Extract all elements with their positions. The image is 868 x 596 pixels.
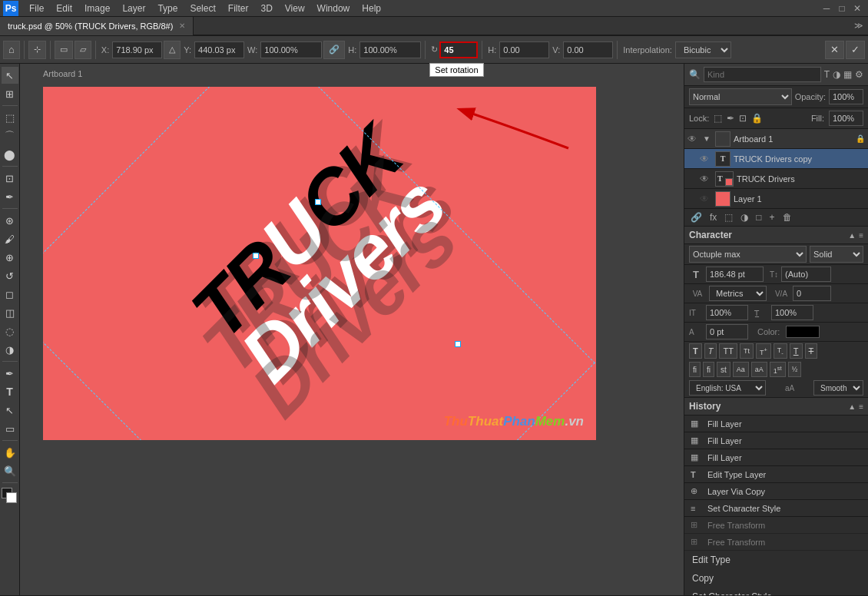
ordinal-btn[interactable]: st bbox=[717, 362, 731, 377]
commit-transform-button[interactable]: ✓ bbox=[846, 41, 865, 59]
brush-tool[interactable]: 🖌 bbox=[2, 230, 18, 247]
active-tab[interactable]: truck.psd @ 50% (TRUCK Drivers, RGB/8#) … bbox=[0, 17, 194, 35]
window-close[interactable]: ✕ bbox=[850, 1, 865, 16]
font-select[interactable]: Octuple max bbox=[689, 246, 807, 263]
move-tool[interactable]: ↖ bbox=[2, 67, 18, 84]
allcaps-btn[interactable]: TT bbox=[719, 343, 737, 359]
w-input[interactable] bbox=[260, 41, 322, 58]
link-proportions-button[interactable]: 🔗 bbox=[323, 41, 345, 59]
y-input[interactable] bbox=[194, 41, 244, 58]
eyedropper-tool[interactable]: ✒ bbox=[2, 188, 18, 205]
leading-input[interactable] bbox=[781, 267, 831, 282]
baseline-input[interactable] bbox=[706, 324, 748, 339]
handle-mid-right[interactable] bbox=[455, 341, 461, 347]
history-fill3[interactable]: ▦ Fill Layer bbox=[684, 449, 868, 466]
context-copy[interactable]: Copy bbox=[684, 569, 868, 588]
layer-artboard1[interactable]: 👁 ▼ Artboard 1 🔒 bbox=[684, 129, 868, 149]
menu-view[interactable]: View bbox=[279, 2, 311, 15]
layer-truck-copy[interactable]: 👁 T TRUCK Drivers copy bbox=[684, 149, 868, 169]
menu-type[interactable]: Type bbox=[151, 2, 184, 15]
layer-truck[interactable]: 👁 T TRUCK Drivers bbox=[684, 169, 868, 189]
menu-file[interactable]: File bbox=[23, 2, 50, 15]
color-swatch-group[interactable] bbox=[2, 488, 18, 505]
sub-btn[interactable]: T- bbox=[774, 343, 787, 359]
type-tool[interactable]: T bbox=[2, 383, 18, 400]
dodge-tool[interactable]: ◑ bbox=[2, 341, 18, 358]
cancel-transform-button[interactable]: ✕ bbox=[825, 41, 844, 59]
interpolation-select[interactable]: Bicubic Bilinear Nearest bbox=[675, 41, 731, 58]
frac2-btn[interactable]: ½ bbox=[788, 362, 802, 377]
scale-v-input[interactable] bbox=[706, 305, 748, 320]
transform-shape-button[interactable]: ▭ bbox=[55, 41, 73, 59]
fill-input[interactable] bbox=[829, 111, 863, 126]
menu-image[interactable]: Image bbox=[78, 2, 116, 15]
history-menu-icon[interactable]: ≡ bbox=[859, 402, 863, 411]
layer-vis-icon[interactable]: 👁 bbox=[687, 134, 700, 144]
shape-tool[interactable]: ▭ bbox=[2, 420, 18, 437]
filter-type-btn[interactable]: T bbox=[824, 69, 830, 80]
menu-help[interactable]: Help bbox=[356, 2, 387, 15]
history-panel-header[interactable]: History ▲ ≡ bbox=[684, 398, 868, 416]
marquee-tool[interactable]: ⬚ bbox=[2, 109, 18, 126]
tab-close-icon[interactable]: ✕ bbox=[179, 22, 185, 30]
layer-mask-btn[interactable]: ⬚ bbox=[721, 210, 736, 224]
path-select-tool[interactable]: ↖ bbox=[2, 402, 18, 419]
history-transform1[interactable]: ⊞ Free Transform bbox=[684, 517, 868, 534]
history-layercopy[interactable]: ⊕ Layer Via Copy bbox=[684, 483, 868, 500]
character-menu-icon[interactable]: ≡ bbox=[859, 231, 863, 240]
lasso-tool[interactable]: ⌒ bbox=[2, 127, 18, 144]
crop-tool[interactable]: ⊡ bbox=[2, 170, 18, 187]
layer-vis-icon2[interactable]: 👁 bbox=[700, 154, 712, 164]
history-setcharstyle[interactable]: ≡ Set Character Style bbox=[684, 500, 868, 517]
menu-3d[interactable]: 3D bbox=[254, 2, 278, 15]
layer-1[interactable]: 👁 Layer 1 bbox=[684, 189, 868, 209]
context-edit-type[interactable]: Edit Type bbox=[684, 551, 868, 569]
hand-tool[interactable]: ✋ bbox=[2, 444, 18, 461]
color-swatch[interactable] bbox=[786, 326, 820, 338]
adjustment-btn[interactable]: ◑ bbox=[737, 210, 751, 224]
gradient-tool[interactable]: ◫ bbox=[2, 304, 18, 321]
font-style-select[interactable]: Solid Regular Bold Italic bbox=[810, 246, 863, 263]
panel-arrange-btn[interactable]: ≫ bbox=[850, 21, 868, 31]
bold-btn[interactable]: T bbox=[689, 343, 702, 359]
context-set-char-style[interactable]: Set Character Style bbox=[684, 588, 868, 595]
tracking-input[interactable] bbox=[793, 286, 831, 301]
layer-fx-btn[interactable]: fx bbox=[707, 210, 720, 224]
layer-vis-icon4[interactable]: 👁 bbox=[700, 194, 712, 204]
lock-artboard-btn[interactable]: ⊡ bbox=[739, 113, 747, 124]
italic-btn[interactable]: T bbox=[704, 343, 717, 359]
eraser-tool[interactable]: ◻ bbox=[2, 286, 18, 303]
new-layer-btn[interactable]: + bbox=[767, 210, 778, 224]
under-btn[interactable]: T bbox=[790, 343, 803, 359]
filter-smart-btn[interactable]: ⚙ bbox=[855, 69, 863, 80]
menu-window[interactable]: Window bbox=[311, 2, 356, 15]
h-input[interactable] bbox=[359, 41, 421, 58]
lock-position-btn[interactable]: ✒ bbox=[727, 113, 734, 124]
frac-alt-btn[interactable]: Aa bbox=[733, 362, 749, 377]
blur-tool[interactable]: ◌ bbox=[2, 323, 18, 339]
smooth-select[interactable]: Smooth None Sharp Crisp Strong bbox=[813, 380, 863, 396]
artboard[interactable]: TRUCK Drivers TRUCK Drivers bbox=[43, 87, 596, 440]
zoom-tool[interactable]: 🔍 bbox=[2, 462, 18, 479]
window-maximize[interactable]: □ bbox=[834, 1, 850, 16]
v-input[interactable] bbox=[563, 41, 613, 58]
menu-filter[interactable]: Filter bbox=[222, 2, 255, 15]
filter-adj-btn[interactable]: ◑ bbox=[833, 69, 840, 80]
history-transform2[interactable]: ⊞ Free Transform bbox=[684, 534, 868, 551]
transform-shape2-button[interactable]: ▱ bbox=[75, 41, 91, 59]
filter-pixel-btn[interactable]: ▦ bbox=[843, 69, 852, 80]
artboard-tool[interactable]: ⊞ bbox=[2, 85, 18, 102]
liga-btn[interactable]: fi bbox=[689, 362, 701, 377]
menu-layer[interactable]: Layer bbox=[116, 2, 151, 15]
opacity-input[interactable] bbox=[829, 89, 863, 104]
link-layers-btn[interactable]: 🔗 bbox=[687, 210, 705, 224]
character-panel-header[interactable]: Character ▲ ≡ bbox=[684, 227, 868, 244]
history-fill1[interactable]: ▦ Fill Layer bbox=[684, 416, 868, 432]
kerning-select[interactable]: Metrics Optical bbox=[709, 286, 767, 301]
ord-btn[interactable]: 1st bbox=[770, 362, 786, 377]
language-select[interactable]: English: USA bbox=[689, 380, 766, 396]
background-color[interactable] bbox=[6, 492, 17, 503]
lock-all-btn[interactable]: 🔒 bbox=[751, 113, 763, 124]
x-input[interactable] bbox=[112, 41, 162, 58]
delete-layer-btn[interactable]: 🗑 bbox=[780, 210, 795, 224]
